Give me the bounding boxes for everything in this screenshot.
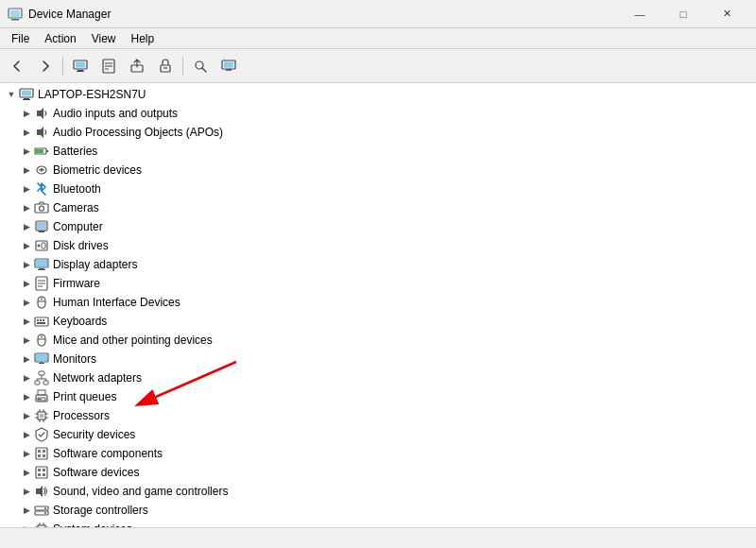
list-item[interactable]: ▶ Monitors — [0, 350, 756, 368]
list-item[interactable]: ▶ Network adapters — [0, 368, 756, 387]
list-item[interactable]: ▶ Mice and other pointing devices — [0, 331, 756, 350]
expander[interactable]: ▶ — [19, 255, 34, 274]
svg-rect-22 — [23, 99, 30, 100]
root-expander[interactable]: ▼ — [4, 85, 19, 104]
item-label: Firmware — [53, 277, 100, 290]
item-label: Cameras — [53, 201, 99, 214]
svg-rect-54 — [37, 322, 45, 324]
expander[interactable]: ▶ — [19, 180, 34, 198]
item-label: Software components — [53, 447, 163, 460]
list-item[interactable]: ▶ Audio Processing Objects (APOs) — [0, 123, 756, 142]
list-item[interactable]: ▶ Disk drives — [0, 236, 756, 255]
expander[interactable]: ▶ — [19, 501, 34, 520]
back-button[interactable] — [4, 54, 30, 78]
list-item[interactable]: ▶ Audio inputs and outputs — [0, 104, 756, 123]
maximize-button[interactable]: □ — [662, 0, 705, 28]
list-item[interactable]: ▶ Computer — [0, 217, 756, 236]
expander[interactable]: ▶ — [19, 463, 34, 482]
expander[interactable]: ▶ — [19, 444, 34, 463]
network-icon — [34, 370, 49, 385]
list-item[interactable]: ▶ Keyboards — [0, 312, 756, 331]
title-bar: Device Manager — □ ✕ — [0, 0, 756, 28]
expander[interactable]: ▶ — [19, 123, 34, 142]
svg-rect-17 — [224, 61, 233, 67]
storage-icon — [34, 503, 49, 518]
list-item[interactable]: ▶ Human Interface Devices — [0, 293, 756, 312]
menu-action[interactable]: Action — [37, 30, 83, 47]
monitor-button[interactable] — [215, 54, 242, 78]
expander[interactable]: ▶ — [19, 104, 34, 123]
forward-button[interactable] — [32, 54, 59, 78]
list-item[interactable]: ▶ Sound, video and game controllers — [0, 482, 756, 501]
list-item[interactable]: ▶ System devices — [0, 520, 756, 527]
list-item[interactable]: ▶ Firmware — [0, 274, 756, 293]
list-item[interactable]: ▶ Biometric devices — [0, 161, 756, 180]
svg-rect-2 — [10, 10, 20, 17]
list-item[interactable]: ▶ Security devices — [0, 425, 756, 444]
expander[interactable]: ▶ — [19, 198, 34, 217]
svg-rect-83 — [36, 448, 47, 459]
svg-point-38 — [38, 245, 41, 248]
expander[interactable]: ▶ — [19, 387, 34, 406]
item-label: Disk drives — [53, 239, 109, 252]
svg-rect-91 — [38, 473, 41, 476]
system-icon — [34, 522, 49, 527]
expander[interactable]: ▶ — [19, 274, 34, 293]
expander[interactable]: ▶ — [19, 293, 34, 312]
expander[interactable]: ▶ — [19, 482, 34, 501]
expander[interactable]: ▶ — [19, 350, 34, 368]
app-icon — [8, 7, 23, 22]
item-label: Software devices — [53, 466, 139, 479]
uninstall-button[interactable] — [152, 54, 179, 78]
tree-root[interactable]: ▼ LAPTOP-ESH2SN7U — [0, 85, 756, 104]
device-tree[interactable]: ▼ LAPTOP-ESH2SN7U ▶ Audio inputs and out… — [0, 83, 756, 527]
computer-button[interactable] — [67, 54, 94, 78]
svg-rect-34 — [39, 231, 44, 232]
expander[interactable]: ▶ — [19, 331, 34, 350]
item-label: Sound, video and game controllers — [53, 485, 228, 498]
list-item[interactable]: ▶ Display adapters — [0, 255, 756, 274]
list-item[interactable]: ▶ Bluetooth — [0, 180, 756, 198]
expander[interactable]: ▶ — [19, 368, 34, 387]
list-item[interactable]: ▶ Print queues — [0, 387, 756, 406]
list-item[interactable]: ▶ Storage controllers — [0, 501, 756, 520]
security-icon — [34, 427, 49, 442]
content-wrapper: ▼ LAPTOP-ESH2SN7U ▶ Audio inputs and out… — [0, 83, 756, 527]
svg-rect-53 — [43, 319, 44, 321]
expander[interactable]: ▶ — [19, 312, 34, 331]
expander[interactable]: ▶ — [19, 425, 34, 444]
menu-view[interactable]: View — [84, 30, 124, 47]
list-item[interactable]: ▶ Software devices — [0, 463, 756, 482]
list-item[interactable]: ▶ Cameras — [0, 198, 756, 217]
svg-rect-72 — [38, 399, 42, 400]
svg-rect-64 — [43, 381, 48, 385]
list-item[interactable]: ▶ Software components — [0, 444, 756, 463]
update-driver-button[interactable] — [124, 54, 150, 78]
item-label: Security devices — [53, 428, 135, 441]
bluetooth-icon — [34, 181, 49, 197]
svg-rect-88 — [36, 467, 47, 478]
svg-rect-52 — [40, 319, 42, 321]
item-label: Computer — [53, 220, 103, 233]
expander[interactable]: ▶ — [19, 217, 34, 236]
printer-icon — [34, 389, 49, 404]
menu-bar: File Action View Help — [0, 28, 756, 49]
properties-button[interactable] — [95, 54, 122, 78]
svg-rect-60 — [39, 363, 44, 364]
toolbar — [0, 49, 756, 83]
expander[interactable]: ▶ — [19, 142, 34, 161]
close-button[interactable]: ✕ — [705, 0, 748, 28]
expander[interactable]: ▶ — [19, 406, 34, 425]
expander[interactable]: ▶ — [19, 236, 34, 255]
scan-button[interactable] — [187, 54, 214, 78]
list-item[interactable]: ▶ Processors — [0, 406, 756, 425]
svg-rect-98 — [38, 525, 45, 527]
menu-file[interactable]: File — [4, 30, 37, 47]
expander[interactable]: ▶ — [19, 161, 34, 180]
svg-rect-90 — [43, 469, 45, 471]
minimize-button[interactable]: — — [618, 0, 662, 28]
list-item[interactable]: ▶ Batteries — [0, 142, 756, 161]
menu-help[interactable]: Help — [124, 30, 163, 47]
expander[interactable]: ▶ — [19, 520, 34, 527]
firmware-icon — [34, 276, 49, 291]
